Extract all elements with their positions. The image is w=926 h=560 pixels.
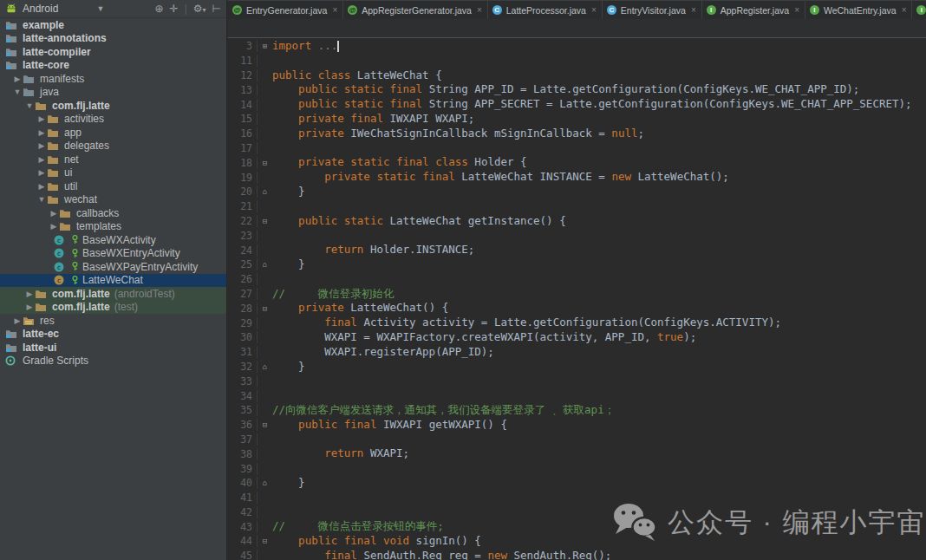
code-text[interactable]: public final IWXAPI getWXAPI() { [272, 418, 507, 433]
code-line-26[interactable]: 26 [228, 272, 926, 287]
fold-close-icon[interactable]: ⌂ [258, 479, 272, 487]
tree-item-manifests[interactable]: ▶manifests [0, 72, 226, 86]
code-line-17[interactable]: 17 [228, 141, 926, 156]
code-text[interactable]: public static final String APP_SECRET = … [272, 97, 912, 112]
code-line-38[interactable]: 38 return WXAPI; [228, 446, 926, 461]
code-text[interactable]: return Holder.INSTANCE; [272, 243, 474, 257]
tree-item-templates[interactable]: ▶templates [0, 220, 226, 234]
code-line-30[interactable]: 30 WXAPI = WXAPIFactory.createWXAPI(acti… [228, 330, 926, 345]
code-text[interactable]: private final IWXAPI WXAPI; [272, 112, 474, 127]
fold-close-icon[interactable]: ⌂ [258, 362, 272, 371]
chevron-collapsed-icon[interactable]: ▶ [24, 290, 35, 298]
tree-item-basewxpayentryactivity[interactable]: cBaseWXPayEntryActivity [0, 260, 226, 274]
code-line-45[interactable]: 45 final SendAuth.Req req = new SendAuth… [228, 549, 926, 560]
code-text[interactable]: } [272, 360, 305, 374]
code-text[interactable]: public class LatteWeChat { [272, 68, 442, 83]
code-line-15[interactable]: 15 private final IWXAPI WXAPI; [228, 112, 926, 127]
chevron-expanded-icon[interactable]: ▼ [24, 101, 35, 110]
chevron-expanded-icon[interactable]: ▼ [12, 88, 23, 96]
code-text[interactable]: private static final class Holder { [272, 155, 527, 170]
chevron-collapsed-icon[interactable]: ▶ [36, 155, 47, 164]
code-text[interactable]: private IWeChatSignInCallback mSignInCal… [272, 127, 644, 141]
code-line-40[interactable]: 40⌂ } [228, 476, 926, 491]
fold-open-icon[interactable]: ⊟ [258, 304, 272, 313]
chevron-collapsed-icon[interactable]: ▶ [12, 75, 23, 83]
tree-item-latte-ui[interactable]: latte-ui [0, 341, 226, 355]
code-line-27[interactable]: 27// 微信登录初始化 [228, 287, 926, 302]
code-line-31[interactable]: 31 WXAPI.registerApp(APP_ID); [228, 345, 926, 360]
tree-item-example[interactable]: example [0, 18, 226, 32]
code-line-34[interactable]: 34 [228, 388, 926, 403]
tab-appregister-java[interactable]: IAppRegister.java× [702, 1, 805, 19]
code-line-18[interactable]: 18⊟ private static final class Holder { [228, 155, 926, 170]
chevron-expanded-icon[interactable]: ▼ [36, 195, 47, 204]
close-icon[interactable]: × [794, 5, 799, 15]
tree-item-com-flj-latte-androidtest[interactable]: ▶com.flj.latte(androidTest) [0, 287, 226, 301]
code-text[interactable]: import ... [272, 39, 339, 54]
fold-open-icon[interactable]: ⊟ [258, 159, 272, 167]
chevron-down-icon[interactable]: ▼ [96, 4, 104, 13]
code-text[interactable]: private LatteWeChat() { [272, 301, 448, 316]
code-text[interactable]: public final void signIn() { [272, 534, 481, 549]
code-line-39[interactable]: 39 [228, 461, 926, 476]
tree-item-activities[interactable]: ▶activities [0, 113, 226, 127]
tree-item-res[interactable]: ▶res [0, 314, 226, 328]
project-view-selector[interactable]: Android [23, 3, 58, 15]
code-line-12[interactable]: 12public class LatteWeChat { [228, 68, 926, 83]
settings-gear-icon[interactable]: ⚙▾ [193, 3, 206, 15]
tree-item-java[interactable]: ▼java [0, 86, 226, 100]
code-text[interactable]: // 微信点击登录按钮的事件; [272, 519, 444, 534]
chevron-collapsed-icon[interactable]: ▶ [12, 316, 23, 325]
code-line-19[interactable]: 19 private static final LatteWeChat INST… [228, 170, 926, 185]
tree-item-gradle-scripts[interactable]: Gradle Scripts [0, 355, 226, 368]
code-line-25[interactable]: 25⌂ } [228, 257, 926, 272]
chevron-collapsed-icon[interactable]: ▶ [36, 128, 47, 137]
code-line-11[interactable]: 11 [228, 54, 926, 68]
tab-entryvisitor-java[interactable]: CEntryVisitor.java× [603, 1, 701, 19]
code-text[interactable]: public static final String APP_ID = Latt… [272, 82, 859, 97]
tree-item-com-flj-latte-test[interactable]: ▶com.flj.latte(test) [0, 301, 226, 315]
tree-item-basewxactivity[interactable]: cBaseWXActivity [0, 233, 226, 247]
code-text[interactable]: } [272, 476, 305, 491]
tree-item-util[interactable]: ▶util [0, 179, 226, 193]
tree-item-lattewechat[interactable]: cLatteWeChat [0, 274, 226, 288]
tree-item-wechat[interactable]: ▼wechat [0, 193, 226, 207]
close-icon[interactable]: × [902, 5, 907, 15]
code-text[interactable]: // 微信登录初始化 [272, 287, 394, 302]
locate-icon[interactable]: ⊕ [155, 3, 164, 15]
tree-item-latte-annotations[interactable]: latte-annotations [0, 32, 226, 46]
code-line-14[interactable]: 14 public static final String APP_SECRET… [228, 97, 926, 112]
tab-latteprocessor-java[interactable]: CLatteProcessor.java× [488, 1, 602, 19]
fold-plus-icon[interactable]: ⊞ [258, 42, 272, 50]
code-text[interactable]: final Activity activity = Latte.getConfi… [272, 316, 781, 330]
code-text[interactable]: WXAPI = WXAPIFactory.createWXAPI(activit… [272, 330, 696, 345]
code-line-32[interactable]: 32⌂ } [228, 360, 926, 374]
code-line-21[interactable]: 21 [228, 199, 926, 214]
close-icon[interactable]: × [477, 5, 482, 15]
tree-item-delegates[interactable]: ▶delegates [0, 140, 226, 153]
tree-item-net[interactable]: ▶net [0, 153, 226, 166]
chevron-collapsed-icon[interactable]: ▶ [36, 182, 47, 191]
tab-appregistergenerator-java[interactable]: @AppRegisterGenerator.java× [343, 1, 487, 19]
chevron-collapsed-icon[interactable]: ▶ [24, 303, 35, 311]
code-line-28[interactable]: 28⊟ private LatteWeChat() { [228, 301, 926, 316]
code-line-3[interactable]: 3⊞import ... [228, 39, 926, 54]
chevron-collapsed-icon[interactable]: ▶ [36, 168, 47, 177]
tree-item-latte-core[interactable]: latte-core [0, 59, 226, 73]
close-icon[interactable]: × [591, 5, 597, 15]
tree-item-com-flj-latte[interactable]: ▼com.flj.latte [0, 99, 226, 113]
hide-panel-icon[interactable]: ⊢ [212, 3, 221, 15]
tab-wechatpaye[interactable]: IWeChatPayE× [912, 1, 926, 19]
chevron-collapsed-icon[interactable]: ▶ [49, 222, 59, 231]
tree-item-ui[interactable]: ▶ui [0, 166, 226, 180]
code-line-13[interactable]: 13 public static final String APP_ID = L… [228, 82, 926, 97]
collapse-icon[interactable]: ✛ [170, 3, 179, 15]
code-editor[interactable]: 3⊞import ...1112public class LatteWeChat… [228, 38, 926, 560]
fold-open-icon[interactable]: ⊟ [258, 537, 272, 545]
chevron-collapsed-icon[interactable]: ▶ [36, 141, 47, 150]
code-text[interactable]: private static final LatteWeChat INSTANC… [272, 170, 729, 185]
code-line-23[interactable]: 23 [228, 228, 926, 243]
close-icon[interactable]: × [691, 5, 696, 15]
code-text[interactable]: WXAPI.registerApp(APP_ID); [272, 345, 494, 360]
chevron-collapsed-icon[interactable]: ▶ [36, 114, 47, 123]
